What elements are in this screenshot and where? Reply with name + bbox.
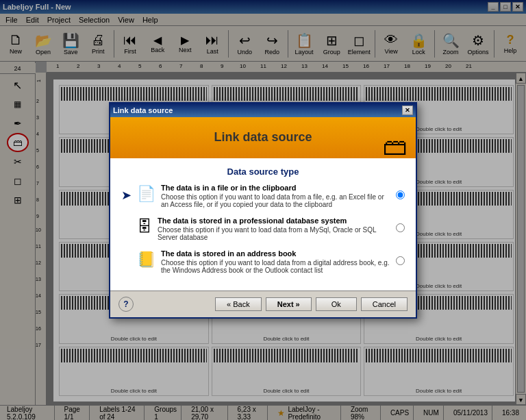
option-addressbook: ➤ 📒 The data is stored in an address boo…	[121, 249, 405, 274]
option-addressbook-desc: Choose this option if you want to load d…	[161, 259, 390, 274]
dialog-close-btn[interactable]: ✕	[402, 106, 413, 115]
cancel-button[interactable]: Cancel	[361, 297, 408, 311]
dialog-title: Link data source	[113, 106, 173, 114]
dialog-header: Link data source 🗃	[110, 117, 416, 158]
option-addressbook-title: The data is stored in an address book	[161, 249, 390, 258]
ok-button[interactable]: Ok	[316, 297, 357, 311]
option-file-desc: Choose this option if you want to load d…	[161, 193, 390, 208]
option-file: ➤ 📄 The data is in a file or in the clip…	[121, 184, 405, 208]
next-button[interactable]: Next »	[266, 297, 312, 311]
selected-arrow-icon: ➤	[121, 188, 132, 203]
arrow-placeholder-3: ➤	[121, 254, 132, 269]
dialog-overlay: Link data source ✕ Link data source 🗃 Da…	[0, 0, 526, 420]
footer-help: ?	[118, 297, 134, 312]
addressbook-option-icon: 📒	[137, 251, 155, 269]
database-option-icon: 🗄	[137, 218, 152, 236]
dialog-footer: ? « Back Next » Ok Cancel	[110, 291, 416, 317]
dialog-title-bar: Link data source ✕	[110, 103, 416, 117]
back-button[interactable]: « Back	[215, 297, 262, 311]
option-addressbook-radio[interactable]	[396, 256, 405, 265]
option-file-radio[interactable]	[396, 190, 405, 199]
dialog-body: Data source type ➤ 📄 The data is in a fi…	[110, 158, 416, 291]
option-database-desc: Choose this option if you want to load d…	[158, 226, 390, 241]
link-datasource-dialog: Link data source ✕ Link data source 🗃 Da…	[109, 102, 417, 319]
file-option-icon: 📄	[137, 185, 155, 203]
database-wizard-icon: 🗃	[383, 132, 408, 161]
help-button[interactable]: ?	[118, 297, 134, 312]
option-database-radio[interactable]	[396, 223, 405, 232]
option-database: ➤ 🗄 The data is stored in a professional…	[121, 217, 405, 241]
dialog-header-title: Link data source	[214, 130, 312, 145]
dialog-section-title: Data source type	[121, 166, 405, 177]
option-database-title: The data is stored in a professional dat…	[158, 217, 390, 225]
arrow-placeholder-2: ➤	[121, 221, 132, 236]
footer-actions: « Back Next » Ok Cancel	[215, 297, 408, 311]
option-file-title: The data is in a file or in the clipboar…	[161, 184, 390, 192]
